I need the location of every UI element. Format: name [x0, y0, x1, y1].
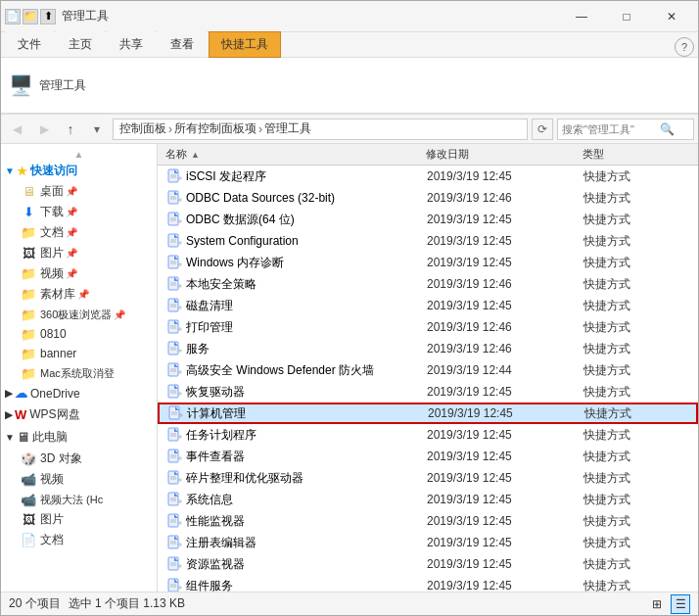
sidebar-item-label: banner [40, 347, 76, 360]
sidebar-item-mac[interactable]: 📁 Mac系统取消登 [1, 363, 157, 383]
table-row[interactable]: iSCSI 发起程序2019/3/19 12:45快捷方式 [158, 166, 698, 187]
file-cell-name: 磁盘清理 [159, 298, 423, 314]
col-header-name[interactable]: 名称 ▲ [158, 147, 422, 162]
minimize-button[interactable]: — [559, 1, 604, 32]
table-row[interactable]: 系统信息2019/3/19 12:45快捷方式 [158, 489, 698, 510]
table-row[interactable]: 磁盘清理2019/3/19 12:45快捷方式 [158, 295, 698, 316]
tab-share[interactable]: 共享 [107, 31, 156, 57]
file-name-text: 本地安全策略 [186, 276, 256, 293]
file-list[interactable]: iSCSI 发起程序2019/3/19 12:45快捷方式 ODBC Data … [158, 166, 698, 592]
sidebar-item-pictures2[interactable]: 🖼 图片 [1, 509, 157, 530]
table-row[interactable]: 资源监视器2019/3/19 12:45快捷方式 [158, 553, 698, 575]
tab-quick-tools[interactable]: 快捷工具 [209, 31, 281, 58]
sidebar-item-3d[interactable]: 🎲 3D 对象 [1, 449, 157, 469]
sidebar-this-pc[interactable]: ▼ 🖥 此电脑 [1, 426, 157, 449]
maximize-button[interactable]: □ [604, 1, 649, 32]
sidebar-item-desktop[interactable]: 🖥 桌面 📌 [1, 181, 157, 202]
search-box[interactable]: 🔍 [557, 118, 694, 140]
file-icon [167, 405, 183, 421]
col-header-type[interactable]: 类型 [579, 147, 657, 162]
file-icon [166, 255, 182, 270]
file-cell-date: 2019/3/19 12:45 [423, 471, 580, 485]
sidebar-onedrive[interactable]: ▶ ☁ OneDrive [1, 383, 157, 403]
tab-view[interactable]: 查看 [158, 31, 207, 57]
file-name-text: System Configuration [186, 234, 299, 248]
search-input[interactable] [562, 123, 660, 135]
downloads-folder-icon: ⬇ [21, 205, 36, 220]
sidebar-item-docs[interactable]: 📁 文档 📌 [1, 222, 157, 243]
file-cell-name: 事件查看器 [159, 449, 423, 465]
file-cell-date: 2019/3/19 12:45 [423, 514, 580, 528]
table-row[interactable]: ODBC 数据源(64 位)2019/3/19 12:45快捷方式 [158, 209, 698, 230]
table-row[interactable]: Windows 内存诊断2019/3/19 12:45快捷方式 [158, 252, 698, 273]
file-cell-date: 2019/3/19 12:45 [423, 256, 580, 269]
sidebar-item-video[interactable]: 📹 视频 [1, 469, 157, 490]
file-cell-name: 注册表编辑器 [159, 535, 423, 551]
back-button[interactable]: ◀ [5, 118, 28, 141]
table-row[interactable]: 碎片整理和优化驱动器2019/3/19 12:45快捷方式 [158, 467, 698, 489]
file-cell-name: 打印管理 [159, 319, 423, 336]
svg-rect-3 [168, 191, 178, 204]
table-row[interactable]: 任务计划程序2019/3/19 12:45快捷方式 [158, 424, 698, 446]
title-bar: 📄 📁 ⬆ 管理工具 — □ ✕ [1, 1, 698, 32]
up-button[interactable]: ↑ [60, 118, 81, 140]
this-pc-label: 此电脑 [32, 429, 68, 446]
table-row[interactable]: System Configuration2019/3/19 12:45快捷方式 [158, 230, 698, 252]
file-name-text: 性能监视器 [186, 513, 245, 530]
table-row[interactable]: 打印管理2019/3/19 12:46快捷方式 [158, 316, 698, 338]
close-button[interactable]: ✕ [649, 1, 694, 32]
col-header-date[interactable]: 修改日期 [422, 147, 579, 162]
forward-button[interactable]: ▶ [32, 118, 56, 141]
table-row[interactable]: 性能监视器2019/3/19 12:45快捷方式 [158, 510, 698, 532]
sidebar-item-label: 3D 对象 [40, 450, 82, 467]
tab-home[interactable]: 主页 [56, 31, 105, 57]
file-cell-date: 2019/3/19 12:45 [423, 428, 580, 442]
table-row[interactable]: 本地安全策略2019/3/19 12:46快捷方式 [158, 273, 698, 295]
sidebar-item-library[interactable]: 📁 素材库 📌 [1, 284, 157, 305]
svg-rect-42 [168, 471, 178, 484]
table-row[interactable]: 服务2019/3/19 12:46快捷方式 [158, 338, 698, 359]
file-cell-name: 服务 [159, 341, 423, 357]
file-name-text: 打印管理 [186, 319, 233, 336]
file-name-text: 组件服务 [186, 578, 233, 592]
file-cell-date: 2019/3/19 12:46 [423, 191, 580, 205]
table-row[interactable]: 计算机管理2019/3/19 12:45快捷方式 [158, 403, 698, 424]
svg-rect-54 [168, 557, 178, 570]
sidebar-item-downloads[interactable]: ⬇ 下载 📌 [1, 202, 157, 222]
file-cell-date: 2019/3/19 12:45 [423, 169, 580, 183]
table-row[interactable]: 高级安全 Windows Defender 防火墙2019/3/19 12:44… [158, 359, 698, 381]
sidebar-quick-access[interactable]: ▼ ★ 快速访问 [1, 161, 157, 181]
tab-file[interactable]: 文件 [5, 31, 54, 57]
sidebar-item-0810[interactable]: 📁 0810 [1, 324, 157, 344]
file-icon [166, 168, 182, 184]
sidebar-item-label: 0810 [40, 327, 67, 341]
sidebar-item-video2[interactable]: 📹 视频大法 (Hc [1, 490, 157, 509]
sidebar-item-pictures[interactable]: 🖼 图片 📌 [1, 243, 157, 263]
svg-rect-33 [169, 406, 179, 419]
svg-rect-15 [168, 277, 178, 290]
sidebar-item-videos[interactable]: 📁 视频 📌 [1, 263, 157, 284]
table-row[interactable]: ODBC Data Sources (32-bit)2019/3/19 12:4… [158, 187, 698, 209]
sidebar-item-docs2[interactable]: 📄 文档 [1, 530, 157, 550]
help-button[interactable]: ? [675, 37, 694, 57]
view-large-icon-button[interactable]: ⊞ [647, 594, 667, 614]
table-row[interactable]: 注册表编辑器2019/3/19 12:45快捷方式 [158, 532, 698, 553]
recent-button[interactable]: ▾ [85, 118, 109, 141]
sidebar-item-label: 视频 [40, 265, 64, 282]
table-row[interactable]: 组件服务2019/3/19 12:45快捷方式 [158, 575, 698, 592]
view-detail-button[interactable]: ☰ [671, 594, 690, 614]
table-row[interactable]: 恢复驱动器2019/3/19 12:45快捷方式 [158, 381, 698, 403]
file-icon [166, 298, 182, 313]
sidebar-wps[interactable]: ▶ W WPS网盘 [1, 403, 157, 426]
file-cell-date: 2019/3/19 12:45 [424, 406, 581, 420]
sidebar-item-banner[interactable]: 📁 banner [1, 344, 157, 363]
file-name-text: Windows 内存诊断 [186, 255, 284, 271]
main-area: ▲ ▼ ★ 快速访问 🖥 桌面 📌 ⬇ 下载 📌 📁 文档 📌 [1, 144, 698, 592]
sort-arrow: ▲ [191, 150, 200, 160]
address-path[interactable]: 控制面板 › 所有控制面板项 › 管理工具 [113, 118, 528, 140]
browser-folder-icon: 📁 [21, 307, 36, 322]
file-name-text: 事件查看器 [186, 449, 245, 465]
refresh-button[interactable]: ⟳ [532, 118, 553, 140]
sidebar-item-browser[interactable]: 📁 360极速浏览器 📌 [1, 305, 157, 324]
table-row[interactable]: 事件查看器2019/3/19 12:45快捷方式 [158, 446, 698, 467]
